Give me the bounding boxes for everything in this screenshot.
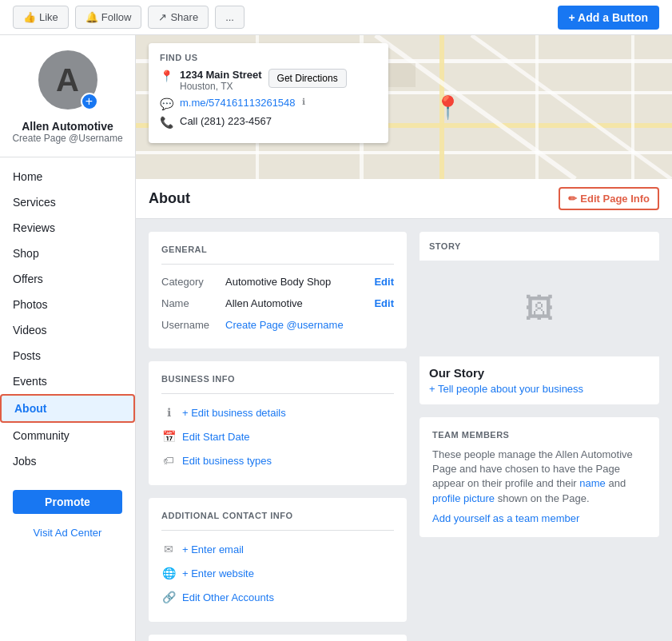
sidebar-item-posts[interactable]: Posts [0, 343, 135, 368]
svg-rect-8 [535, 35, 539, 179]
edit-other-accounts-link[interactable]: 🔗 Edit Other Accounts [161, 585, 394, 609]
share-button[interactable]: ↗ Share [148, 6, 209, 29]
additional-contact-title: ADDITIONAL CONTACT INFO [161, 511, 394, 520]
phone-icon: 📞 [160, 116, 173, 129]
two-col-layout: GENERAL Category Automotive Body Shop Ed… [136, 219, 672, 641]
messenger-link[interactable]: m.me/574161113261548 [180, 97, 296, 109]
svg-rect-4 [136, 151, 672, 154]
pencil-icon: ✏ [568, 193, 577, 205]
edit-details-label: + Edit business details [182, 407, 286, 419]
divider2 [161, 393, 394, 394]
visit-ad-center-link[interactable]: Visit Ad Center [0, 524, 135, 542]
messenger-icon: 💬 [160, 98, 173, 110]
business-info-title: BUSINESS INFO [161, 374, 394, 384]
category-row: Category Automotive Body Shop Edit [161, 271, 394, 293]
name-link[interactable]: name [579, 477, 606, 489]
follow-label: Follow [101, 11, 132, 23]
promote-button[interactable]: Promote [13, 490, 122, 514]
edit-business-details-link[interactable]: ℹ + Edit business details [161, 400, 394, 424]
username-row: Username Create Page @username [161, 314, 394, 336]
globe-icon: 🌐 [161, 567, 176, 579]
top-bar: 👍 Like 🔔 Follow ↗ Share ... + Add a Butt… [0, 0, 672, 35]
username-label: Username [161, 319, 225, 331]
bell-icon: 🔔 [85, 11, 98, 23]
tell-people-link[interactable]: + Tell people about your business [429, 383, 650, 395]
edit-page-info-button[interactable]: ✏ Edit Page Info [559, 187, 659, 210]
our-story-title: Our Story [429, 366, 650, 380]
phone-text: Call (281) 223-4567 [180, 115, 272, 127]
more-button[interactable]: ... [215, 6, 245, 29]
avatar-add-button[interactable]: + [81, 93, 98, 110]
team-title: TEAM MEMBERS [432, 430, 646, 440]
more-label: ... [225, 11, 234, 23]
profile-link[interactable]: profile picture [432, 492, 495, 504]
avatar-wrap: A + [36, 48, 100, 112]
sidebar-item-offers[interactable]: Offers [0, 266, 135, 292]
profile-section: A + Allen Automotive Create Page @Userna… [0, 48, 135, 157]
sidebar-item-community[interactable]: Community [0, 423, 135, 448]
email-icon: ✉ [161, 543, 176, 555]
add-team-member-link[interactable]: Add yourself as a team member [432, 512, 646, 524]
sidebar-item-about[interactable]: About [0, 394, 135, 423]
main-layout: A + Allen Automotive Create Page @Userna… [0, 35, 672, 641]
page-wrapper: 👍 Like 🔔 Follow ↗ Share ... + Add a Butt… [0, 0, 672, 641]
share-label: Share [170, 11, 198, 23]
team-description: These people manage the Allen Automotive… [432, 448, 646, 506]
category-value: Automotive Body Shop [225, 276, 374, 288]
general-title: GENERAL [161, 245, 394, 254]
sidebar-item-reviews[interactable]: Reviews [0, 215, 135, 241]
top-bar-right: + Add a Button [558, 6, 659, 30]
sidebar-item-videos[interactable]: Videos [0, 317, 135, 343]
sidebar-item-events[interactable]: Events [0, 368, 135, 394]
cover-area: 📍 FIND US 📍 1234 Main Street Houston, TX… [136, 35, 672, 179]
edit-start-date-label: Edit Start Date [182, 431, 250, 443]
follow-button[interactable]: 🔔 Follow [75, 6, 142, 29]
team-card: TEAM MEMBERS These people manage the All… [420, 417, 659, 537]
add-button[interactable]: + Add a Button [558, 6, 659, 30]
story-card-body: Our Story + Tell people about your busin… [420, 356, 659, 404]
sidebar-item-services[interactable]: Services [0, 189, 135, 215]
edit-start-date-link[interactable]: 📅 Edit Start Date [161, 424, 394, 448]
story-card: STORY 🖼 Our Story + Tell people about yo… [420, 232, 659, 404]
name-value: Allen Automotive [225, 297, 374, 309]
username-value[interactable]: Create Page @username [225, 319, 344, 331]
like-button[interactable]: 👍 Like [13, 6, 69, 29]
right-panel: STORY 🖼 Our Story + Tell people about yo… [420, 232, 659, 641]
content-area: 📍 FIND US 📍 1234 Main Street Houston, TX… [136, 35, 672, 641]
more-info-section: MORE INFO ℹ Edit About ℹ Edit Impressum … [149, 635, 407, 641]
sidebar-item-home[interactable]: Home [0, 164, 135, 189]
like-icon: 👍 [23, 11, 36, 23]
avatar-letter: A [56, 62, 79, 98]
general-section: GENERAL Category Automotive Body Shop Ed… [149, 232, 407, 348]
about-title: About [149, 190, 190, 207]
category-edit[interactable]: Edit [374, 276, 394, 288]
sidebar-item-jobs[interactable]: Jobs [0, 448, 135, 474]
info-icon: ℹ [302, 97, 305, 107]
additional-contact-section: ADDITIONAL CONTACT INFO ✉ + Enter email … [149, 498, 407, 622]
messenger-row: 💬 m.me/574161113261548 ℹ [160, 97, 377, 110]
other-accounts-label: Edit Other Accounts [182, 591, 274, 603]
svg-rect-9 [631, 35, 634, 179]
tag-icon: 🏷 [161, 454, 176, 467]
address-line1: 1234 Main Street [180, 69, 262, 81]
enter-email-link[interactable]: ✉ + Enter email [161, 537, 394, 561]
page-name: Allen Automotive [22, 120, 113, 133]
address-text: 1234 Main Street Houston, TX [180, 69, 262, 92]
get-directions-button[interactable]: Get Directions [268, 69, 347, 88]
svg-text:📍: 📍 [434, 94, 462, 121]
left-panel: GENERAL Category Automotive Body Shop Ed… [149, 232, 407, 641]
edit-page-info-label: Edit Page Info [580, 193, 650, 205]
address-line2: Houston, TX [180, 81, 262, 92]
sidebar-item-shop[interactable]: Shop [0, 241, 135, 266]
story-image-placeholder: 🖼 [420, 261, 659, 356]
nav-list: Home Services Reviews Shop Offers Photos… [0, 157, 135, 480]
image-placeholder-icon: 🖼 [525, 292, 554, 325]
enter-website-link[interactable]: 🌐 + Enter website [161, 561, 394, 585]
sidebar-item-photos[interactable]: Photos [0, 292, 135, 317]
sidebar: A + Allen Automotive Create Page @Userna… [0, 35, 136, 641]
story-section-title: STORY [420, 232, 659, 251]
name-edit[interactable]: Edit [374, 297, 394, 309]
name-row: Name Allen Automotive Edit [161, 293, 394, 314]
phone-row: 📞 Call (281) 223-4567 [160, 115, 377, 129]
edit-business-types-link[interactable]: 🏷 Edit business types [161, 448, 394, 472]
